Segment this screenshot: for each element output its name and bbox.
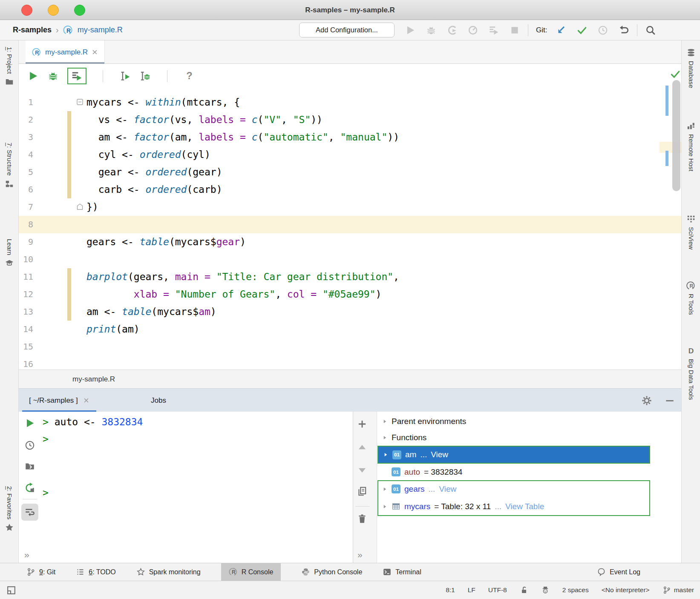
stripe-button-database[interactable]: Database	[682, 48, 700, 88]
tree-group-parent-environments[interactable]: Parent environments	[377, 413, 650, 430]
run-selection-mono-icon[interactable]	[488, 25, 499, 36]
git-rollback-icon[interactable]	[618, 25, 629, 36]
hidden-actions-icon[interactable]: »	[24, 550, 29, 560]
git-update-icon[interactable]	[556, 25, 567, 36]
stripe-button--favorites[interactable]: 2: Favorites	[0, 486, 19, 532]
status-item-8-1[interactable]: 8:1	[446, 586, 455, 594]
run-selection-highlight-box[interactable]	[67, 68, 86, 84]
history-icon[interactable]	[24, 440, 35, 451]
editor-scrollbar[interactable]	[672, 80, 680, 191]
code-line-6[interactable]: 6 carb <- ordered(carb)	[19, 181, 681, 198]
code-line-13[interactable]: 13am <- table(mycars$am)	[19, 303, 681, 321]
add-configuration-button[interactable]: Add Configuration...	[299, 23, 395, 37]
stripe-button--project[interactable]: 1: Project	[0, 47, 19, 86]
expand-arrow-icon[interactable]	[382, 504, 388, 510]
toolwindow-button-terminal[interactable]: Terminal	[383, 563, 421, 581]
fold-marker-icon[interactable]	[77, 99, 83, 105]
console-tab-runtime[interactable]: [ ~/R-samples ]	[22, 389, 96, 412]
toolwindow-button--todo[interactable]: 6: TODO	[76, 563, 115, 581]
editor-tab-my-sample[interactable]: R my-sample.R	[26, 40, 105, 64]
search-everywhere-icon[interactable]	[645, 25, 656, 36]
code-line-3[interactable]: 3 am <- factor(am, labels = c("automatic…	[19, 129, 681, 146]
code-line-2[interactable]: 2 vs <- factor(vs, labels = c("V", "S"))	[19, 111, 681, 129]
run-from-line-icon[interactable]	[119, 70, 131, 82]
variable-row-gears[interactable]: 01gears ... View	[377, 480, 650, 498]
tree-group-functions[interactable]: Functions	[377, 430, 650, 446]
code-line-14[interactable]: 14print(am)	[19, 321, 681, 338]
code-line-5[interactable]: 5 gear <- ordered(gear)	[19, 163, 681, 181]
help-icon[interactable]: ?	[184, 70, 195, 82]
code-line-10[interactable]: 10	[19, 251, 681, 268]
stripe-button-sciview[interactable]: SciView	[682, 214, 700, 249]
debug-from-line-icon[interactable]	[139, 70, 151, 82]
status-item-2-spaces[interactable]: 2 spaces	[562, 586, 589, 594]
status-item-master[interactable]: master	[663, 586, 694, 594]
toolwindow-button-event-log[interactable]: Event Log	[597, 563, 640, 581]
stripe-button-learn[interactable]: Learn	[0, 239, 19, 268]
code-line-9[interactable]: 9gears <- table(mycars$gear)	[19, 233, 681, 251]
status-item--no-interpreter-[interactable]: <No interpreter>	[602, 586, 650, 594]
run-icon[interactable]	[405, 25, 416, 36]
code-line-8[interactable]: 8	[19, 216, 681, 233]
profiler-icon[interactable]	[467, 25, 478, 36]
tool-windows-toggle-icon[interactable]	[6, 585, 17, 596]
breadcrumb-file[interactable]: my-sample.R	[78, 26, 123, 34]
toolwindow-button-r-console[interactable]: RR Console	[221, 563, 281, 581]
code-line-7[interactable]: 7})	[19, 198, 681, 216]
expand-arrow-icon[interactable]	[382, 418, 388, 424]
add-watch-icon[interactable]	[357, 418, 368, 430]
working-directory-icon[interactable]	[24, 461, 35, 472]
status-item-utf-8[interactable]: UTF-8	[488, 586, 507, 594]
delete-icon[interactable]	[357, 513, 368, 524]
run-file-icon[interactable]	[27, 70, 39, 82]
expand-arrow-icon[interactable]	[382, 486, 388, 492]
expand-arrow-icon[interactable]	[383, 452, 389, 458]
code-line-12[interactable]: 12 xlab = "Number of Gears", col = "#05a…	[19, 286, 681, 303]
variable-row-mycars[interactable]: mycars = Table: 32 x 11 ... View Table	[377, 498, 650, 515]
toolwindow-button-spark-monitoring[interactable]: Spark monitoring	[136, 563, 201, 581]
variable-row-am[interactable]: 01am ... View	[377, 446, 650, 464]
console-prompt[interactable]: >	[43, 485, 49, 500]
toolwindow-button-python-console[interactable]: Python Console	[301, 563, 362, 581]
code-editor[interactable]: 1mycars <- within(mtcars, {2 vs <- facto…	[19, 88, 681, 370]
code-line-15[interactable]: 15	[19, 338, 681, 355]
expand-arrow-icon[interactable]	[382, 435, 388, 441]
debug-file-icon[interactable]	[47, 70, 59, 82]
code-line-4[interactable]: 4 cyl <- ordered(cyl)	[19, 146, 681, 163]
status-item-lock-open[interactable]	[520, 586, 528, 594]
console-output[interactable]: > auto <- 3832834>>	[43, 412, 349, 563]
soft-wrap-toggle[interactable]	[21, 504, 38, 521]
status-item-hector[interactable]	[541, 586, 550, 594]
view-link[interactable]: View Table	[505, 502, 544, 511]
run-selection-icon[interactable]	[71, 70, 83, 82]
settings-gear-icon[interactable]	[641, 395, 652, 406]
git-commit-icon[interactable]	[576, 25, 588, 36]
run-icon[interactable]	[24, 418, 35, 429]
stripe-button-remote-host[interactable]: Remote Host	[682, 121, 700, 172]
console-tab-jobs[interactable]: Jobs	[143, 389, 174, 412]
stripe-button-big-data-tools[interactable]: DBig Data Tools	[682, 346, 700, 400]
status-item-lf[interactable]: LF	[468, 586, 475, 594]
debug-icon[interactable]	[426, 25, 437, 36]
down-icon[interactable]	[357, 464, 368, 476]
hidden-actions-icon[interactable]: »	[357, 550, 362, 560]
close-tab-icon[interactable]	[92, 49, 98, 55]
code-line-1[interactable]: 1mycars <- within(mtcars, {	[19, 94, 681, 111]
variable-row-auto[interactable]: 01auto = 3832834	[377, 464, 650, 480]
minimize-panel-icon[interactable]	[664, 395, 675, 406]
code-line-16[interactable]: 16	[19, 355, 681, 370]
restart-icon[interactable]	[24, 482, 35, 493]
up-icon[interactable]	[357, 442, 368, 453]
breadcrumb-project[interactable]: R-samples	[13, 26, 52, 34]
stripe-button-r-tools[interactable]: RR Tools	[682, 281, 700, 315]
stop-icon[interactable]	[509, 25, 520, 36]
view-link[interactable]: View	[439, 484, 456, 494]
copy-icon[interactable]	[357, 486, 368, 497]
git-history-icon[interactable]	[597, 25, 608, 36]
fold-marker-icon[interactable]	[77, 203, 83, 210]
editor-breadcrumb-file[interactable]: my-sample.R	[72, 375, 115, 384]
code-line-11[interactable]: 11barplot(gears, main = "Title: Car gear…	[19, 268, 681, 286]
view-link[interactable]: View	[431, 450, 448, 459]
toolwindow-button--git[interactable]: 9: Git	[26, 563, 55, 581]
close-console-icon[interactable]	[83, 397, 89, 404]
